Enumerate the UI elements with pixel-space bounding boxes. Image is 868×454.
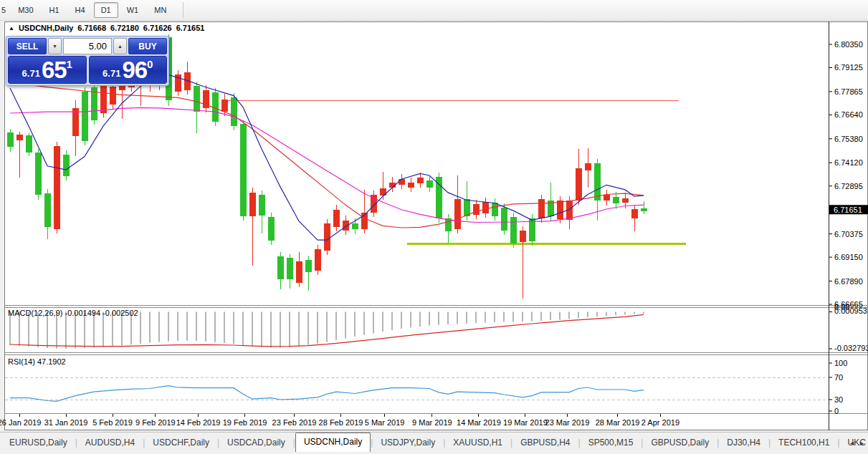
- chart-tab-usdjpy-daily[interactable]: USDJPY,Daily: [373, 435, 443, 452]
- rsi-axis-label: 100: [834, 359, 847, 367]
- date-label: 26 Jan 2019: [0, 418, 41, 427]
- sell-price-big: 65: [42, 58, 67, 82]
- candle: [259, 195, 265, 216]
- candle: [26, 135, 32, 153]
- timeframe-button-mn[interactable]: MN: [147, 2, 173, 18]
- candle: [240, 124, 247, 216]
- buy-price-button[interactable]: 6.71 96 0: [89, 56, 168, 84]
- sell-price-sup: 1: [67, 58, 72, 70]
- chart-tab-usdchf-daily[interactable]: USDCHF,Daily: [145, 435, 217, 452]
- current-price-label: 6.71651: [834, 206, 862, 214]
- candle: [426, 180, 433, 188]
- macd-histogram-bar: [550, 312, 551, 321]
- collapse-triangle-icon[interactable]: ▲: [9, 25, 14, 32]
- macd-histogram-bar: [596, 312, 598, 317]
- candle: [473, 204, 480, 215]
- macd-histogram-bar: [335, 312, 337, 341]
- chart-tab-eurusd-daily[interactable]: EURUSD,Daily: [1, 435, 75, 452]
- timeframe-button-w1[interactable]: W1: [120, 2, 146, 18]
- chart-tab-sp500-m15[interactable]: SP500,M15: [581, 435, 642, 452]
- ohlc-high: 6.72180: [110, 24, 139, 32]
- candle: [436, 177, 442, 218]
- candle: [501, 208, 507, 231]
- candle: [16, 135, 23, 140]
- macd-histogram-bar: [540, 312, 542, 322]
- candle: [7, 132, 14, 147]
- macd-histogram-bar: [158, 312, 160, 342]
- rsi-axis-label: 0: [834, 407, 839, 415]
- macd-histogram-bar: [587, 312, 588, 318]
- candle: [44, 193, 51, 227]
- chart-tab-usdcnh-daily[interactable]: USDCNH,Daily: [295, 433, 371, 452]
- chart-tab-gbpusd-daily[interactable]: GBPUSD,Daily: [643, 435, 717, 452]
- chart-tab-xauusd-h1[interactable]: XAUUSD,H1: [445, 435, 510, 452]
- timeframe-button-h4[interactable]: H4: [68, 2, 92, 18]
- macd-histogram-bar: [382, 312, 383, 332]
- candle: [520, 231, 526, 242]
- macd-histogram-bar: [224, 312, 225, 344]
- buy-price-sup: 0: [147, 58, 153, 70]
- tab-scroll-arrows: ◄►: [849, 440, 865, 447]
- macd-histogram-bar: [298, 312, 300, 347]
- chart-tab-usdcad-daily[interactable]: USDCAD,Daily: [219, 435, 293, 452]
- macd-histogram-bar: [447, 312, 449, 325]
- date-label: 14 Feb 2019: [176, 418, 221, 427]
- date-label: 9 Mar 2019: [412, 418, 452, 427]
- ohlc-open: 6.71668: [77, 24, 106, 32]
- date-label: 23 Feb 2019: [272, 418, 317, 427]
- macd-histogram-bar: [634, 312, 635, 314]
- chart-tab-gbpusd-h4[interactable]: GBPUSD,H4: [512, 435, 578, 452]
- price-axis-label: 6.77865: [834, 87, 863, 96]
- candle: [63, 155, 70, 176]
- sell-price-button[interactable]: 6.71 65 1: [8, 56, 87, 84]
- volume-input[interactable]: 5.00: [63, 38, 112, 54]
- macd-histogram-bar: [242, 312, 244, 345]
- chart-tab-dj30-h4[interactable]: DJ30,H4: [719, 435, 768, 452]
- sell-button[interactable]: SELL: [8, 38, 47, 54]
- sell-price-prefix: 6.71: [22, 68, 40, 79]
- candle: [454, 199, 461, 229]
- macd-histogram-bar: [326, 312, 328, 342]
- buy-button[interactable]: BUY: [128, 38, 167, 54]
- macd-histogram-bar: [531, 312, 533, 322]
- chart-tab-tech100-h1[interactable]: TECH100,H1: [771, 435, 837, 452]
- timeframe-button-d1[interactable]: D1: [94, 2, 118, 18]
- candle: [622, 198, 629, 203]
- rsi-axis-label: 30: [834, 395, 843, 404]
- macd-histogram-bar: [401, 312, 402, 329]
- macd-histogram-bar: [270, 312, 272, 348]
- timeframe-button-h1[interactable]: H1: [42, 2, 67, 18]
- macd-histogram-bar: [485, 312, 486, 323]
- chart-tab-audusd-h4[interactable]: AUDUSD,H4: [77, 435, 143, 452]
- chart-title: ▲ USDCNH,Daily 6.71668 6.72180 6.71626 6…: [9, 24, 204, 32]
- macd-histogram-bar: [196, 312, 197, 342]
- tab-scroll-right-icon[interactable]: ►: [859, 440, 865, 447]
- date-label: 19 Feb 2019: [223, 418, 267, 427]
- date-label: 14 Mar 2019: [457, 418, 501, 427]
- tab-scroll-left-icon[interactable]: ◄: [849, 440, 855, 447]
- macd-histogram-bar: [280, 312, 281, 348]
- macd-histogram-bar: [65, 312, 67, 349]
- macd-histogram-bar: [624, 312, 626, 315]
- macd-histogram-bar: [494, 312, 495, 322]
- timeframe-button-5[interactable]: 5: [0, 2, 9, 18]
- macd-histogram-bar: [559, 312, 561, 320]
- candle: [417, 178, 424, 183]
- volume-increase-button[interactable]: ▲: [113, 38, 127, 54]
- price-axis-label: 6.67890: [834, 277, 863, 286]
- candle: [576, 168, 582, 201]
- volume-decrease-button[interactable]: ▼: [48, 38, 62, 54]
- macd-histogram-bar: [307, 312, 309, 345]
- macd-histogram-bar: [438, 312, 439, 325]
- date-label: 5 Feb 2019: [92, 418, 133, 427]
- macd-histogram-bar: [466, 312, 467, 324]
- macd-histogram-bar: [429, 312, 430, 326]
- price-axis-label: 6.70375: [834, 230, 863, 238]
- timeframe-toolbar: 5M30H1H4D1W1MN: [0, 0, 868, 21]
- macd-histogram-bar: [419, 312, 421, 327]
- candle: [268, 217, 275, 241]
- candle: [585, 163, 591, 170]
- rsi-axis-label: 70: [834, 373, 843, 382]
- timeframe-button-m30[interactable]: M30: [11, 2, 40, 18]
- price-axis-label: 6.80350: [834, 40, 863, 49]
